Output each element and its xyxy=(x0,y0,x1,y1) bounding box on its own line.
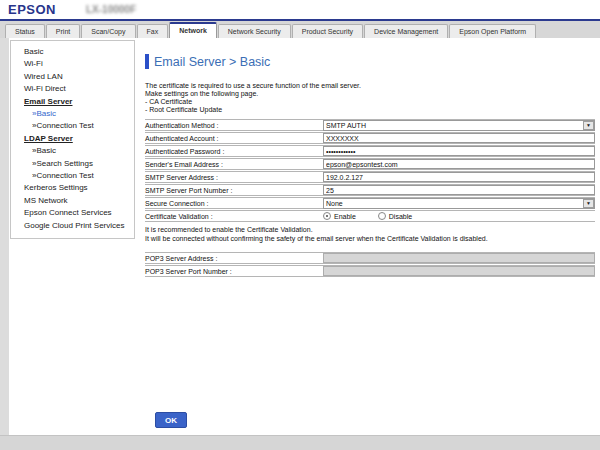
sidebar-item-basic[interactable]: Basic xyxy=(11,46,134,58)
form-row-pop3-server-address: POP3 Server Address : xyxy=(145,252,595,264)
sidebar-item-wi-fi[interactable]: Wi-Fi xyxy=(11,58,134,70)
sidebar: BasicWi-FiWired LANWi-Fi DirectEmail Ser… xyxy=(10,40,135,239)
tab-epson-open-platform[interactable]: Epson Open Platform xyxy=(449,24,536,38)
tab-print[interactable]: Print xyxy=(46,24,80,38)
select-value: SMTP AUTH xyxy=(324,122,366,129)
page-title-row: Email Server > Basic xyxy=(145,54,595,69)
sidebar-item-wired-lan[interactable]: Wired LAN xyxy=(11,71,134,83)
certificate-validation-radio-group: EnableDisable xyxy=(323,212,412,220)
sidebar-item-connection-test[interactable]: »Connection Test xyxy=(11,170,134,182)
note-line: It will be connected without confirming … xyxy=(145,235,595,244)
radio-enable[interactable]: Enable xyxy=(323,212,356,220)
field-label: POP3 Server Port Number : xyxy=(145,268,323,275)
sender-s-email-address-input[interactable] xyxy=(323,159,595,169)
secure-connection-select[interactable]: None▼ xyxy=(323,198,595,209)
field-label: Authenticated Account : xyxy=(145,135,323,142)
page-title: Email Server > Basic xyxy=(154,55,270,69)
page-left-margin xyxy=(0,38,9,435)
field-value xyxy=(323,172,595,182)
authentication-method-select[interactable]: SMTP AUTH▼ xyxy=(323,120,595,131)
select-value: None xyxy=(324,200,343,207)
pop3-server-address-input xyxy=(323,253,595,263)
sidebar-item-search-settings[interactable]: »Search Settings xyxy=(11,158,134,170)
form-row-certificate-validation: Certificate Validation :EnableDisable xyxy=(145,210,595,222)
field-label: SMTP Server Address : xyxy=(145,174,323,181)
field-label: SMTP Server Port Number : xyxy=(145,187,323,194)
sidebar-item-ldap-server[interactable]: LDAP Server xyxy=(11,133,134,145)
email-server-form: Authentication Method :SMTP AUTH▼Authent… xyxy=(145,119,595,222)
description-line: Make settings on the following page. xyxy=(145,90,595,98)
authenticated-account-input[interactable] xyxy=(323,133,595,143)
field-value xyxy=(323,266,595,276)
field-value xyxy=(323,159,595,169)
field-label: Secure Connection : xyxy=(145,200,323,207)
tab-fax[interactable]: Fax xyxy=(137,24,169,38)
tab-status[interactable]: Status xyxy=(5,24,45,38)
certificate-validation-note: It is recommended to enable the Certific… xyxy=(145,223,595,247)
sidebar-item-connection-test[interactable]: »Connection Test xyxy=(11,120,134,132)
radio-label: Enable xyxy=(334,213,356,220)
smtp-server-address-input[interactable] xyxy=(323,172,595,182)
sidebar-item-email-server[interactable]: Email Server xyxy=(11,96,134,108)
field-label: Authentication Method : xyxy=(145,122,323,129)
field-value xyxy=(323,133,595,143)
field-value: None▼ xyxy=(323,198,595,209)
field-label: POP3 Server Address : xyxy=(145,255,323,262)
sidebar-item-basic[interactable]: »Basic xyxy=(11,145,134,157)
bottom-bar xyxy=(0,435,600,450)
field-value xyxy=(323,146,595,156)
title-accent-bar xyxy=(145,54,149,69)
ok-button[interactable]: OK xyxy=(155,412,187,428)
description-line: - Root Certificate Update xyxy=(145,106,595,114)
form-row-sender-s-email-address: Sender's Email Address : xyxy=(145,158,595,170)
tab-bar: StatusPrintScan/CopyFaxNetworkNetwork Se… xyxy=(0,21,600,38)
main-panel: Email Server > Basic The certificate is … xyxy=(145,38,595,278)
sidebar-item-google-cloud-print-services[interactable]: Google Cloud Print Services xyxy=(11,220,134,232)
sidebar-item-kerberos-settings[interactable]: Kerberos Settings xyxy=(11,182,134,194)
field-value: SMTP AUTH▼ xyxy=(323,120,595,131)
description-line: The certificate is required to use a sec… xyxy=(145,82,595,90)
note-line: It is recommended to enable the Certific… xyxy=(145,226,595,235)
tab-network-security[interactable]: Network Security xyxy=(218,24,291,38)
form-row-smtp-server-port-number: SMTP Server Port Number : xyxy=(145,184,595,196)
form-row-authentication-method: Authentication Method :SMTP AUTH▼ xyxy=(145,119,595,131)
radio-label: Disable xyxy=(389,213,412,220)
dropdown-arrow-icon[interactable]: ▼ xyxy=(583,121,594,130)
form-row-authenticated-password: Authenticated Password : xyxy=(145,145,595,157)
tab-device-management[interactable]: Device Management xyxy=(364,24,448,38)
tab-product-security[interactable]: Product Security xyxy=(292,24,363,38)
radio-disable[interactable]: Disable xyxy=(378,212,412,220)
form-row-authenticated-account: Authenticated Account : xyxy=(145,132,595,144)
sidebar-item-basic[interactable]: »Basic xyxy=(11,108,134,120)
description-line: - CA Certificate xyxy=(145,98,595,106)
tab-network[interactable]: Network xyxy=(169,22,217,38)
form-row-secure-connection: Secure Connection :None▼ xyxy=(145,197,595,209)
pop3-server-port-number-input xyxy=(323,266,595,276)
form-row-pop3-server-port-number: POP3 Server Port Number : xyxy=(145,265,595,277)
header: EPSON LX-10000F xyxy=(0,0,600,19)
dropdown-arrow-icon[interactable]: ▼ xyxy=(583,199,594,208)
sidebar-item-wi-fi-direct[interactable]: Wi-Fi Direct xyxy=(11,83,134,95)
radio-button-icon[interactable] xyxy=(323,212,331,220)
epson-logo: EPSON xyxy=(8,2,56,17)
field-value xyxy=(323,253,595,263)
field-label: Authenticated Password : xyxy=(145,148,323,155)
field-value xyxy=(323,185,595,195)
radio-button-icon[interactable] xyxy=(378,212,386,220)
description: The certificate is required to use a sec… xyxy=(145,82,595,114)
sidebar-item-epson-connect-services[interactable]: Epson Connect Services xyxy=(11,207,134,219)
smtp-server-port-number-input[interactable] xyxy=(323,185,595,195)
sidebar-item-ms-network[interactable]: MS Network xyxy=(11,195,134,207)
field-value: EnableDisable xyxy=(323,212,595,220)
field-label: Sender's Email Address : xyxy=(145,161,323,168)
form-row-smtp-server-address: SMTP Server Address : xyxy=(145,171,595,183)
authenticated-password-input[interactable] xyxy=(323,146,595,156)
tab-scan-copy[interactable]: Scan/Copy xyxy=(81,24,135,38)
content-area: BasicWi-FiWired LANWi-Fi DirectEmail Ser… xyxy=(0,38,600,435)
field-label: Certificate Validation : xyxy=(145,213,323,220)
pop3-form: POP3 Server Address :POP3 Server Port Nu… xyxy=(145,252,595,277)
printer-model-name: LX-10000F xyxy=(86,4,136,15)
